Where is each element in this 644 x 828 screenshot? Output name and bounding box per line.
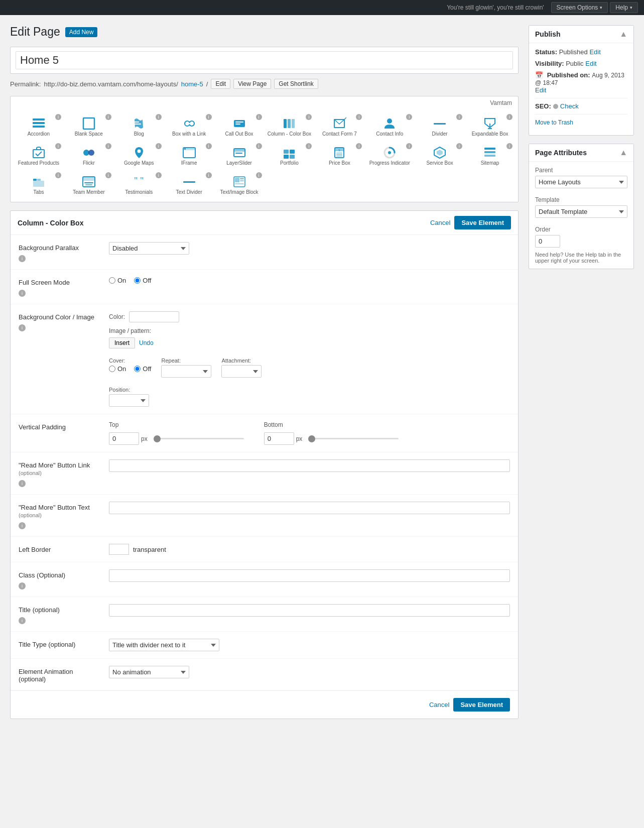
element-team-member[interactable]: i Team Member xyxy=(64,170,114,199)
cover-off-radio[interactable] xyxy=(134,366,141,372)
screen-options-btn[interactable]: Screen Options ▾ xyxy=(551,2,608,13)
flickr-info-icon[interactable]: i xyxy=(105,143,111,149)
bottom-padding-input[interactable] xyxy=(264,432,294,445)
read-more-link-input[interactable] xyxy=(109,459,510,472)
add-new-button[interactable]: Add New xyxy=(65,27,98,37)
layerslider-info-icon[interactable]: i xyxy=(256,143,262,149)
element-featured-products[interactable]: i Featured Products xyxy=(14,141,64,170)
edit-permalink-btn[interactable]: Edit xyxy=(211,79,230,89)
cover-off-option[interactable]: Off xyxy=(134,365,151,373)
element-portfolio[interactable]: i Portfolio xyxy=(265,141,315,170)
title-input[interactable] xyxy=(109,604,510,617)
cover-on-option[interactable]: On xyxy=(109,365,126,373)
servicebox-info-icon[interactable]: i xyxy=(456,143,462,149)
element-contact-info[interactable]: i Contact Info xyxy=(364,111,415,141)
top-padding-input[interactable] xyxy=(109,432,139,445)
cancel-top-link[interactable]: Cancel xyxy=(430,219,450,226)
view-page-btn[interactable]: View Page xyxy=(233,79,271,89)
boxlink-info-icon[interactable]: i xyxy=(206,114,212,120)
element-expandable-box[interactable]: i Expandable Box xyxy=(465,111,515,141)
accordion-info-icon[interactable]: i xyxy=(55,114,61,120)
element-divider[interactable]: i Divider xyxy=(415,111,465,141)
insert-image-btn[interactable]: Insert xyxy=(109,337,135,348)
element-sitemap[interactable]: i Sitemap xyxy=(465,141,515,170)
parent-select[interactable]: Home Layouts xyxy=(535,176,627,188)
cover-on-radio[interactable] xyxy=(109,366,115,372)
expandable-info-icon[interactable]: i xyxy=(506,114,512,120)
animation-select[interactable]: No animation Fade In Slide In Left Slide… xyxy=(109,666,189,678)
element-accordion[interactable]: i Accordion xyxy=(14,111,64,141)
color-input[interactable] xyxy=(129,311,179,322)
class-input[interactable] xyxy=(109,569,510,582)
position-select[interactable] xyxy=(109,394,149,407)
element-contact-form[interactable]: i Contact Form 7 xyxy=(314,111,364,141)
fullscreen-info-icon[interactable]: i xyxy=(19,290,26,297)
element-testimonials[interactable]: i "" Testimonials xyxy=(114,170,164,199)
iframe-info-icon[interactable]: i xyxy=(206,143,212,149)
title-type-select[interactable]: Title with divider next to it Title only… xyxy=(109,639,219,651)
element-call-out-box[interactable]: i Call Out Box xyxy=(214,111,265,141)
title-info-icon[interactable]: i xyxy=(19,617,26,624)
gmaps-info-icon[interactable]: i xyxy=(156,143,162,149)
callout-info-icon[interactable]: i xyxy=(256,114,262,120)
colorbox-info-icon[interactable]: i xyxy=(306,114,312,120)
blog-info-icon[interactable]: i xyxy=(156,114,162,120)
portfolio-info-icon[interactable]: i xyxy=(306,143,312,149)
get-shortlink-btn[interactable]: Get Shortlink xyxy=(274,79,318,89)
bottom-slider-handle[interactable] xyxy=(308,435,315,442)
textimage-info-icon[interactable]: i xyxy=(256,172,262,178)
publish-toggle-icon[interactable]: ▲ xyxy=(619,30,627,39)
element-layerslider[interactable]: i LayerSlider xyxy=(214,141,265,170)
save-element-top-btn[interactable]: Save Element xyxy=(454,216,511,229)
fullscreen-off-radio[interactable] xyxy=(134,277,141,284)
cancel-bottom-link[interactable]: Cancel xyxy=(429,701,449,708)
order-input[interactable] xyxy=(535,235,560,248)
element-progress-indicator[interactable]: i Progress Indicator xyxy=(364,141,415,170)
page-name-input[interactable] xyxy=(16,51,513,69)
template-select[interactable]: Default Template xyxy=(535,205,627,218)
team-info-icon[interactable]: i xyxy=(105,172,111,178)
undo-link[interactable]: Undo xyxy=(139,339,154,346)
element-blog[interactable]: i Blog xyxy=(114,111,164,141)
visibility-edit-link[interactable]: Edit xyxy=(585,60,596,67)
blank-info-icon[interactable]: i xyxy=(105,114,111,120)
element-box-with-link[interactable]: i Box with a Link xyxy=(164,111,214,141)
permalink-slug-link[interactable]: home-5 xyxy=(181,80,203,88)
fullscreen-on-option[interactable]: On xyxy=(109,277,126,284)
sitemap-info-icon[interactable]: i xyxy=(506,143,512,149)
published-edit-link[interactable]: Edit xyxy=(535,86,546,94)
element-tabs[interactable]: i Tabs xyxy=(14,170,64,199)
top-padding-slider-track[interactable] xyxy=(152,438,244,439)
readmore-link-info-icon[interactable]: i xyxy=(19,480,26,487)
top-slider-handle[interactable] xyxy=(154,435,161,442)
bgcolor-info-icon[interactable]: i xyxy=(19,324,26,331)
pricebox-info-icon[interactable]: i xyxy=(356,143,362,149)
help-btn[interactable]: Help ▾ xyxy=(610,2,638,13)
contactinfo-info-icon[interactable]: i xyxy=(406,114,412,120)
element-iframe[interactable]: i IFrame xyxy=(164,141,214,170)
element-column-color-box[interactable]: i Column - Color Box xyxy=(265,111,315,141)
class-info-icon[interactable]: i xyxy=(19,582,26,589)
page-attributes-toggle-icon[interactable]: ▲ xyxy=(619,148,627,157)
element-blank-space[interactable]: i Blank Space xyxy=(64,111,114,141)
attachment-select[interactable] xyxy=(221,365,262,378)
element-flickr[interactable]: i Flickr xyxy=(64,141,114,170)
tabs-info-icon[interactable]: i xyxy=(55,172,61,178)
element-text-divider[interactable]: i Text Divider xyxy=(164,170,214,199)
bottom-padding-slider-track[interactable] xyxy=(306,438,399,439)
contactform-info-icon[interactable]: i xyxy=(356,114,362,120)
repeat-select[interactable] xyxy=(161,365,211,378)
read-more-text-input[interactable] xyxy=(109,502,510,514)
parallax-select[interactable]: Disabled Enabled xyxy=(109,242,189,255)
element-google-maps[interactable]: i Google Maps xyxy=(114,141,164,170)
element-price-box[interactable]: i $ Price Box xyxy=(314,141,364,170)
save-element-bottom-btn[interactable]: Save Element xyxy=(453,698,510,712)
divider-info-icon[interactable]: i xyxy=(456,114,462,120)
element-service-box[interactable]: i Service Box xyxy=(415,141,465,170)
testimonials-info-icon[interactable]: i xyxy=(156,172,162,178)
fullscreen-on-radio[interactable] xyxy=(109,277,115,284)
fullscreen-off-option[interactable]: Off xyxy=(134,277,151,284)
status-edit-link[interactable]: Edit xyxy=(589,48,600,56)
seo-check-link[interactable]: Check xyxy=(560,102,579,110)
progress-info-icon[interactable]: i xyxy=(406,143,412,149)
